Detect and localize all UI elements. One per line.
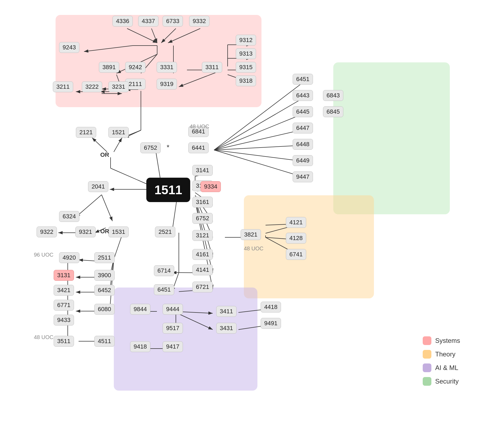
node-9447[interactable]: 9447 (293, 171, 313, 182)
node-3231[interactable]: 3231 (108, 81, 129, 92)
legend-systems: Systems (423, 336, 488, 345)
node-6324[interactable]: 6324 (59, 211, 79, 222)
legend-theory: Theory (423, 350, 488, 359)
legend-dot-ai-ml (423, 363, 431, 372)
node-9321[interactable]: 9321 (75, 226, 96, 237)
node-6443[interactable]: 6443 (293, 90, 313, 101)
node-4920[interactable]: 4920 (59, 252, 79, 263)
svg-line-36 (102, 195, 112, 221)
svg-line-28 (92, 138, 107, 152)
node-9444[interactable]: 9444 (163, 304, 183, 315)
legend-ai-ml: AI & ML (423, 363, 488, 372)
node-9418[interactable]: 9418 (130, 341, 150, 352)
legend-label-security: Security (435, 378, 459, 385)
node-3222[interactable]: 3222 (82, 81, 102, 92)
node-6447[interactable]: 6447 (293, 123, 313, 133)
node-6449[interactable]: 6449 (293, 155, 313, 166)
legend-dot-theory (423, 350, 431, 359)
node-4336[interactable]: 4336 (112, 16, 133, 27)
region-systems (56, 15, 261, 107)
or-label-1: OR (100, 151, 109, 158)
node-4337[interactable]: 4337 (138, 16, 159, 27)
node-3431[interactable]: 3431 (216, 323, 237, 334)
node-3331[interactable]: 3331 (157, 62, 177, 73)
node-3141[interactable]: 3141 (192, 165, 213, 176)
node-2511[interactable]: 2511 (94, 252, 115, 263)
node-9517[interactable]: 9517 (163, 323, 183, 334)
node-9332[interactable]: 9332 (189, 16, 209, 27)
node-3411[interactable]: 3411 (216, 306, 237, 317)
node-3421[interactable]: 3421 (54, 285, 74, 296)
node-3311[interactable]: 3311 (202, 62, 222, 73)
label-96uoc: 96 UOC (34, 252, 53, 258)
legend-label-theory: Theory (435, 350, 455, 358)
node-3211[interactable]: 3211 (53, 81, 73, 92)
node-4418[interactable]: 4418 (261, 302, 281, 312)
node-9334[interactable]: 9334 (201, 181, 221, 192)
node-1511[interactable]: 1511 (146, 178, 190, 202)
node-6741[interactable]: 6741 (286, 249, 306, 260)
region-security (333, 62, 450, 214)
svg-line-29 (114, 138, 122, 152)
node-6733[interactable]: 6733 (163, 16, 183, 27)
legend: Systems Theory AI & ML Security (423, 336, 488, 391)
node-3900[interactable]: 3900 (94, 270, 115, 281)
node-3821[interactable]: 3821 (241, 229, 261, 240)
node-3131[interactable]: 3131 (54, 270, 74, 281)
node-4141[interactable]: 4141 (192, 264, 213, 275)
svg-line-35 (76, 195, 102, 217)
svg-line-74 (214, 150, 306, 178)
label-asterisk: * (167, 143, 169, 152)
node-6451a[interactable]: 6451 (293, 74, 313, 85)
node-6845[interactable]: 6845 (323, 106, 343, 117)
node-6771[interactable]: 6771 (54, 300, 74, 311)
node-6843[interactable]: 6843 (323, 90, 343, 101)
diagram-container: 1511 4336 4337 6733 9332 9243 3891 9242 … (0, 0, 504, 434)
node-4128[interactable]: 4128 (286, 233, 306, 244)
legend-security: Security (423, 377, 488, 386)
node-6452[interactable]: 6452 (94, 285, 115, 296)
node-9491[interactable]: 9491 (261, 318, 281, 329)
node-4121[interactable]: 4121 (286, 217, 306, 228)
node-9433[interactable]: 9433 (54, 315, 74, 326)
node-6448[interactable]: 6448 (293, 139, 313, 150)
node-6752a[interactable]: 6752 (140, 142, 161, 153)
node-2121[interactable]: 2121 (76, 127, 96, 138)
node-3121[interactable]: 3121 (192, 230, 213, 241)
node-2041[interactable]: 2041 (88, 181, 108, 192)
svg-line-71 (214, 129, 306, 150)
node-4511[interactable]: 4511 (94, 336, 115, 347)
node-6714[interactable]: 6714 (154, 265, 174, 276)
node-3161[interactable]: 3161 (192, 197, 213, 208)
node-2521[interactable]: 2521 (155, 226, 175, 237)
node-9243[interactable]: 9243 (59, 42, 79, 53)
node-6752b[interactable]: 6752 (192, 213, 213, 224)
node-9322[interactable]: 9322 (37, 226, 57, 237)
node-6721[interactable]: 6721 (192, 282, 213, 292)
node-9315[interactable]: 9315 (236, 62, 256, 73)
node-9319[interactable]: 9319 (157, 79, 177, 90)
or-label-2: OR (100, 228, 109, 235)
legend-label-systems: Systems (435, 337, 460, 344)
node-9318[interactable]: 9318 (236, 75, 256, 86)
node-6080[interactable]: 6080 (94, 304, 115, 315)
node-3511[interactable]: 3511 (54, 336, 74, 347)
node-9417[interactable]: 9417 (163, 341, 183, 352)
node-6445[interactable]: 6445 (293, 106, 313, 117)
node-3891[interactable]: 3891 (99, 62, 119, 73)
node-9242[interactable]: 9242 (125, 62, 146, 73)
node-6441[interactable]: 6441 (188, 142, 209, 153)
svg-line-73 (214, 150, 306, 162)
node-9312[interactable]: 9312 (236, 35, 256, 46)
node-6451b[interactable]: 6451 (154, 284, 174, 295)
legend-dot-security (423, 377, 431, 386)
legend-dot-systems (423, 336, 431, 345)
svg-line-72 (214, 145, 306, 150)
node-4161[interactable]: 4161 (192, 249, 213, 260)
node-9313[interactable]: 9313 (236, 48, 256, 59)
node-9844[interactable]: 9844 (130, 304, 150, 315)
node-1521[interactable]: 1521 (108, 127, 129, 138)
svg-line-40 (114, 235, 122, 259)
region-ai-ml (114, 288, 257, 391)
node-1531[interactable]: 1531 (108, 226, 129, 237)
